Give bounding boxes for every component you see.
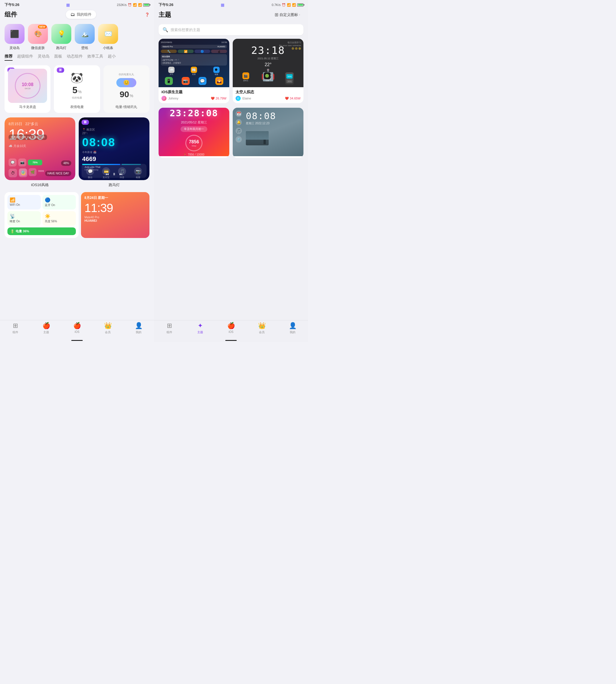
nav-ios-left[interactable]: 🍎 iOS xyxy=(62,322,92,334)
nav-widgets-left[interactable]: ⊞ 组件 xyxy=(0,322,31,334)
tab-panel[interactable]: 面板 xyxy=(54,54,62,61)
category-label-lingdong: 灵动岛 xyxy=(9,46,20,50)
battery-right xyxy=(297,3,304,6)
widgets-nav-label-right: 组件 xyxy=(167,330,172,334)
widgets-nav-icon: ⊞ xyxy=(13,322,18,329)
huawei-logo-right: ▦ xyxy=(221,3,224,7)
johnny-name: Johnny xyxy=(168,97,178,100)
tab-ultrasmall[interactable]: 超小 xyxy=(108,54,116,61)
member-nav-icon-right: 👑 xyxy=(258,322,266,329)
left-panel: 下午5:26 ▦ 232K/s ⏰ 📶 📶 组件 🗂 我的组件 ❓ ⬛ xyxy=(0,0,154,342)
tab-lingdong[interactable]: 灵动岛 xyxy=(38,54,50,61)
runlight-label: 跑马灯 xyxy=(79,182,150,187)
theme-seascape[interactable]: 📅 🔔 🎵 ⚙️ 08:08 星期三 2022.12.23 xyxy=(233,108,304,158)
battery-status-bar: 🔋 电量 36% xyxy=(7,227,76,235)
astronaut-title: 太空人拟态 xyxy=(236,90,301,95)
help-btn[interactable]: ❓ xyxy=(145,13,150,17)
page-title-left: 组件 xyxy=(4,10,17,19)
bottom-nav-right: ⊞ 组件 ✦ 主题 🍎 iOS 👑 会员 👤 我的 xyxy=(154,320,308,339)
theme-row-top: 2022/08/0110:59 Mate40 Pro HUAWEI 🔧 📶 🔵 … xyxy=(158,39,304,103)
ios-nav-icon-left: 🍎 xyxy=(73,322,81,329)
category-label-runlight: 跑马灯 xyxy=(56,46,66,50)
mini-widget-row: 📶 WiFi On 🔵 蓝牙 On 📡 蜂窝 On ☀️ 亮度 56% xyxy=(4,192,150,238)
ios-likes: ❤️ 26.79W xyxy=(211,97,226,100)
time-right: 下午5:26 xyxy=(158,2,173,7)
category-notes[interactable]: ✉️ 小纸条 xyxy=(98,24,118,50)
themes-nav-icon-right: ✦ xyxy=(198,322,203,329)
nav-member-left[interactable]: 👑 会员 xyxy=(92,322,123,334)
custom-icon-btn[interactable]: ⊞ 自定义图标 › xyxy=(271,10,304,19)
nav-widgets-right[interactable]: ⊞ 组件 xyxy=(154,322,185,334)
brightness-widget: ☀️ 亮度 56% xyxy=(43,211,76,226)
status-bar-right: 下午5:26 ▦ 0.7K/s ⏰ 📶 📶 xyxy=(154,0,308,8)
tab-super[interactable]: 超级组件 xyxy=(17,54,33,61)
macaron-label: 马卡龙表盘 xyxy=(19,105,36,110)
battery-emotion-label: 表情电量 xyxy=(70,105,84,110)
bottom-nav-left: ⊞ 组件 🍎 主题 🍎 iOS 👑 会员 👤 我的 xyxy=(0,320,154,339)
nav-themes-right[interactable]: ✦ 主题 xyxy=(185,322,216,334)
my-widgets-btn[interactable]: 🗂 我的组件 xyxy=(66,10,96,19)
nav-ios-right[interactable]: 🍎 iOS xyxy=(216,322,246,334)
nav-mine-left[interactable]: 👤 我的 xyxy=(123,322,154,334)
time-left: 下午5:26 xyxy=(4,2,19,7)
small-widget-row: 新 10:08 04/18 马卡龙表盘 新 🐼 5 % xyxy=(4,65,150,113)
ios-nav-label-left: iOS xyxy=(75,330,80,334)
theme-astronaut[interactable]: 23:18 2021.05.12 星期三 每日自我学习 Be your own … xyxy=(233,39,304,103)
category-wallpaper[interactable]: 🏔️ 壁纸 xyxy=(75,24,95,50)
wifi-icon-left: 📶 xyxy=(138,3,142,7)
category-runlight[interactable]: 💡 跑马灯 xyxy=(51,24,71,50)
clock-icon-right: ⏰ xyxy=(282,3,286,7)
speed-left: 232K/s xyxy=(117,3,127,6)
mine-nav-label-right: 我的 xyxy=(290,330,295,334)
mini-widget-right[interactable]: 8月24日 星期一 11:39 Mate40 Pro HUAWEI xyxy=(81,192,150,238)
ios-nav-label-right: iOS xyxy=(229,330,234,334)
widget-battery-emotion[interactable]: 新 🐼 5 % 你的电量 表情电量 xyxy=(54,65,100,113)
theme-row-bottom: 23:28:08 2021/05/12 星期三 辛丑年四月初一 7856 Ste… xyxy=(158,108,304,158)
category-label-wechat: 微信皮肤 xyxy=(31,46,45,50)
battery-left xyxy=(143,3,150,6)
wallpaper-icon: 🏔️ xyxy=(81,30,89,38)
elaine-avatar: E xyxy=(236,96,241,101)
status-bar-left: 下午5:26 ▦ 232K/s ⏰ 📶 📶 xyxy=(0,0,154,8)
nav-member-right[interactable]: 👑 会员 xyxy=(246,322,277,334)
theme-ios-native[interactable]: 2022/08/0110:59 Mate40 Pro HUAWEI 🔧 📶 🔵 … xyxy=(158,39,229,103)
tab-dynamic[interactable]: 动态组件 xyxy=(67,54,83,61)
widget-ios16[interactable]: 8月15日 22°多云 16:39 ☁️ 月余10天 HAVE NICE DAY… xyxy=(4,117,75,180)
runlight-icon: 💡 xyxy=(58,30,65,38)
member-nav-label-left: 会员 xyxy=(105,330,111,334)
battery-emotion-preview: 🐼 5 % 你的电量 xyxy=(57,69,96,103)
member-nav-icon-left: 👑 xyxy=(104,322,112,329)
custom-icon-label: 自定义图标 xyxy=(280,12,298,17)
category-lingdong[interactable]: ⬛ 灵动岛 xyxy=(4,24,24,50)
mine-nav-icon-right: 👤 xyxy=(289,322,296,329)
ios-nav-icon-right: 🍎 xyxy=(227,322,235,329)
mini-widget-left[interactable]: 📶 WiFi On 🔵 蓝牙 On 📡 蜂窝 On ☀️ 亮度 56% xyxy=(4,192,79,238)
tab-recommend[interactable]: 推荐 xyxy=(4,54,13,61)
widget-runlight[interactable]: 新 📍 南京区 28°↑ 08:08 今年新省 📅 4669 xyxy=(79,117,150,180)
page-title-right: 主题 xyxy=(158,10,171,19)
nav-mine-right[interactable]: 👤 我的 xyxy=(277,322,308,334)
theme-digital-clock[interactable]: 23:28:08 2021/05/12 星期三 辛丑年四月初一 7856 Ste… xyxy=(158,108,229,158)
category-scroll: ⬛ 灵动岛 🎨 NEW 微信皮肤 💡 跑马灯 🏔️ 壁纸 xyxy=(0,22,154,54)
macaron-clock-preview: 10:08 04/18 xyxy=(8,69,47,103)
elaine-name: Elaine xyxy=(242,97,251,100)
nav-themes-left[interactable]: 🍎 主题 xyxy=(31,322,62,334)
header-left: 组件 🗂 我的组件 ❓ xyxy=(0,8,154,22)
clock-icon-left: ⏰ xyxy=(128,3,132,7)
themes-nav-label-left: 主题 xyxy=(43,330,49,334)
ios-native-info: iOS原生主题 J Johnny ❤️ 26.79W xyxy=(158,87,229,103)
category-wechat[interactable]: 🎨 NEW 微信皮肤 xyxy=(28,24,48,50)
tab-efficiency[interactable]: 效率工具 xyxy=(87,54,103,61)
tabs-left: 推荐 超级组件 灵动岛 面板 动态组件 效率工具 超小 xyxy=(0,54,154,63)
mine-nav-label-left: 我的 xyxy=(136,330,141,334)
battery-pill-label: 电量-情绪药丸 xyxy=(115,105,137,110)
widget-battery-pill[interactable]: 你的电量丸丸 😊 90 % 电量-情绪药丸 xyxy=(104,65,150,113)
widget-ios16-wrapper: 8月15日 22°多云 16:39 ☁️ 月余10天 HAVE NICE DAY… xyxy=(4,117,75,187)
wifi-widget: 📶 WiFi On xyxy=(7,195,41,209)
grid-icon: ⊞ xyxy=(274,12,278,17)
widget-macaron[interactable]: 新 10:08 04/18 马卡龙表盘 xyxy=(4,65,50,113)
wechat-icon: 🎨 xyxy=(34,30,42,38)
search-bar[interactable]: 🔍 搜索你想要的主题 xyxy=(158,24,304,35)
content-right: 2022/08/0110:59 Mate40 Pro HUAWEI 🔧 📶 🔵 … xyxy=(154,39,308,320)
astronaut-author-row: E Elaine ❤️ 34.65W xyxy=(236,96,301,101)
